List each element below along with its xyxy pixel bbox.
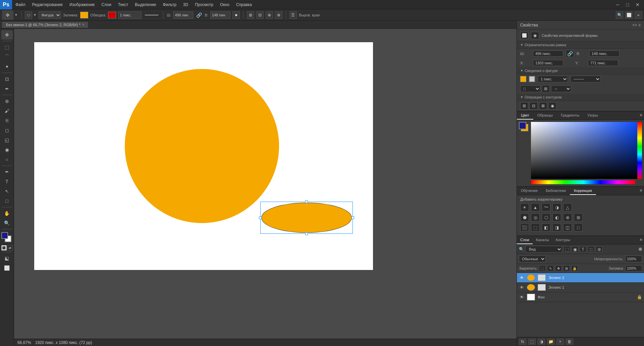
spot-healing-tool[interactable]: ⊛ xyxy=(1,96,13,106)
menu-window[interactable]: Окно xyxy=(217,1,233,8)
layer-filter-pixel-btn[interactable]: ⬚ xyxy=(564,246,570,252)
stroke-color-swatch[interactable] xyxy=(108,12,116,18)
gradient-tool[interactable]: ◱ xyxy=(1,135,13,145)
channel-mixer-btn[interactable]: ⊞ xyxy=(574,213,583,221)
delete-layer-btn[interactable]: 🗑 xyxy=(566,339,573,345)
stroke-style-preview[interactable] xyxy=(145,15,158,15)
interactive-form-icon2[interactable]: ◉ xyxy=(531,32,539,39)
brightness-contrast-btn[interactable]: ☀ xyxy=(520,203,529,211)
properties-menu-btn[interactable]: ≡ xyxy=(638,23,641,27)
tab-patterns[interactable]: Узоры xyxy=(583,112,602,120)
handle-top[interactable] xyxy=(305,200,308,203)
ellipse-tool-icon[interactable]: ⬭ xyxy=(25,11,32,19)
tab-correction[interactable]: Коррекция xyxy=(570,187,596,195)
invert-btn[interactable]: ⬚ xyxy=(531,223,540,231)
selective-color-btn[interactable]: □ xyxy=(574,223,583,231)
vibrance-btn[interactable]: ⬟ xyxy=(520,213,529,221)
lock-artboard-btn[interactable]: ⊞ xyxy=(563,265,570,271)
shape-info-section[interactable]: ▼ Сведения о фигуре xyxy=(517,67,644,74)
menu-layers[interactable]: Слои xyxy=(98,1,115,8)
curves-btn[interactable]: 〜 xyxy=(542,203,550,211)
properties-expand-btn[interactable]: >> xyxy=(632,23,637,27)
hue-sat-btn[interactable]: ◎ xyxy=(531,213,540,221)
color-panel-close[interactable]: ✕ xyxy=(638,112,644,120)
exposure-btn[interactable]: ◑ xyxy=(552,203,561,211)
interactive-form-icon1[interactable]: ⬜ xyxy=(520,32,528,39)
menu-file[interactable]: Файл xyxy=(12,1,29,8)
correction-panel-close[interactable]: ✕ xyxy=(638,187,644,195)
align-center-icon[interactable]: ⊟ xyxy=(256,11,264,19)
add-group-btn[interactable]: 📁 xyxy=(547,339,554,345)
crop-tool[interactable]: ⊡ xyxy=(1,74,13,84)
tab-layers[interactable]: Слои xyxy=(517,236,533,244)
x-input[interactable] xyxy=(533,60,563,66)
menu-view[interactable]: Просмотр xyxy=(192,1,217,8)
color-lookup-btn[interactable]: ⬛ xyxy=(520,223,529,231)
path-align-select[interactable]: ↔ xyxy=(551,85,571,92)
zoom-tool[interactable]: 🔍 xyxy=(1,218,13,228)
quick-mask-btn[interactable]: ⬕ xyxy=(1,254,13,263)
contour-op-4[interactable]: ◉ xyxy=(548,102,556,110)
foreground-color-swatch[interactable] xyxy=(1,232,8,239)
layers-type-filter[interactable]: Вид xyxy=(525,246,562,253)
tab-gradients[interactable]: Градиенты xyxy=(557,112,583,120)
lock-all-btn[interactable]: 🔒 xyxy=(571,265,578,271)
layer-visibility-bg[interactable]: 👁 xyxy=(519,294,524,300)
color-spectrum[interactable] xyxy=(531,122,642,179)
search-icon[interactable]: 🔍 xyxy=(616,11,623,19)
edge-align-icon[interactable]: ☰ xyxy=(289,11,297,19)
path-op-icon[interactable]: ⊞ xyxy=(542,85,550,92)
layer-styles-btn[interactable]: fx xyxy=(519,339,526,345)
layer-filter-adjust-btn[interactable]: ◉ xyxy=(572,246,578,252)
shape-stroke-swatch[interactable] xyxy=(529,76,535,82)
menu-select[interactable]: Выделение xyxy=(131,1,160,8)
tab-close-button[interactable]: × xyxy=(83,23,85,26)
hue-slider[interactable] xyxy=(531,180,635,184)
layer-filter-smart-btn[interactable]: ⊛ xyxy=(596,246,602,252)
ellipse-1-shape[interactable] xyxy=(125,69,279,223)
threshold-btn[interactable]: ◨ xyxy=(552,223,561,231)
type-tool[interactable]: T xyxy=(1,177,13,186)
blend-mode-select[interactable]: Обычные xyxy=(519,256,546,262)
color-balance-btn[interactable]: ⬡ xyxy=(542,213,550,221)
lock-pixels-btn[interactable]: ✎ xyxy=(547,265,554,271)
hue-vertical-slider[interactable] xyxy=(637,122,642,179)
fill-color-swatch[interactable] xyxy=(80,12,88,18)
gradient-map-btn[interactable]: ◫ xyxy=(563,223,572,231)
eyedropper-tool[interactable]: ✒ xyxy=(1,84,13,93)
handle-right[interactable] xyxy=(352,216,354,219)
lock-transparent-btn[interactable]: ⬚ xyxy=(539,265,546,271)
menu-help[interactable]: Справка xyxy=(233,1,255,8)
add-adjustment-btn[interactable]: ◑ xyxy=(538,339,545,345)
link-wh-icon[interactable]: 🔗 xyxy=(566,50,574,57)
distribute-icon[interactable]: ⊕ xyxy=(266,11,273,19)
tab-swatches[interactable]: Образцы xyxy=(533,112,557,120)
arrange-icon[interactable]: ⊗ xyxy=(275,11,282,19)
handle-left[interactable] xyxy=(259,216,262,219)
move-tool-btn[interactable]: ✥ xyxy=(2,10,13,20)
y-input[interactable] xyxy=(588,60,618,66)
menu-filter[interactable]: Фильтр xyxy=(160,1,180,8)
workspace-icon[interactable]: ⬜ xyxy=(625,11,633,19)
blur-tool[interactable]: ◉ xyxy=(1,145,13,154)
fill-input[interactable] xyxy=(625,265,642,271)
photo-filter-btn[interactable]: ⊕ xyxy=(563,213,572,221)
hand-tool[interactable]: ✋ xyxy=(1,209,13,218)
foreground-preview-swatch[interactable] xyxy=(519,122,526,129)
ellipse-2-shape[interactable] xyxy=(261,203,352,233)
bounding-box-section[interactable]: ▼ Ограничительная рамка xyxy=(517,42,644,49)
path-selection-tool[interactable]: ↖ xyxy=(1,187,13,196)
contour-op-3[interactable]: ⊠ xyxy=(539,102,547,110)
layer-background[interactable]: 👁 Фон 🔒 xyxy=(517,292,644,302)
magic-wand-tool[interactable]: ✦ xyxy=(1,62,13,71)
stroke-width-select[interactable]: 1 пикс. xyxy=(538,76,568,82)
screen-mode-btn[interactable]: ⬜ xyxy=(1,263,13,273)
align-left-icon[interactable]: ⊞ xyxy=(247,11,254,19)
minimize-button[interactable]: ─ xyxy=(613,0,622,9)
dodge-tool[interactable]: ○ xyxy=(1,155,13,164)
tab-paths[interactable]: Контуры xyxy=(552,236,574,244)
opacity-input[interactable] xyxy=(625,256,642,262)
selection-tool[interactable]: ✥ xyxy=(1,30,13,40)
shape-tool[interactable]: □ xyxy=(1,196,13,206)
layer-filter-shape-btn[interactable]: □ xyxy=(588,246,594,252)
